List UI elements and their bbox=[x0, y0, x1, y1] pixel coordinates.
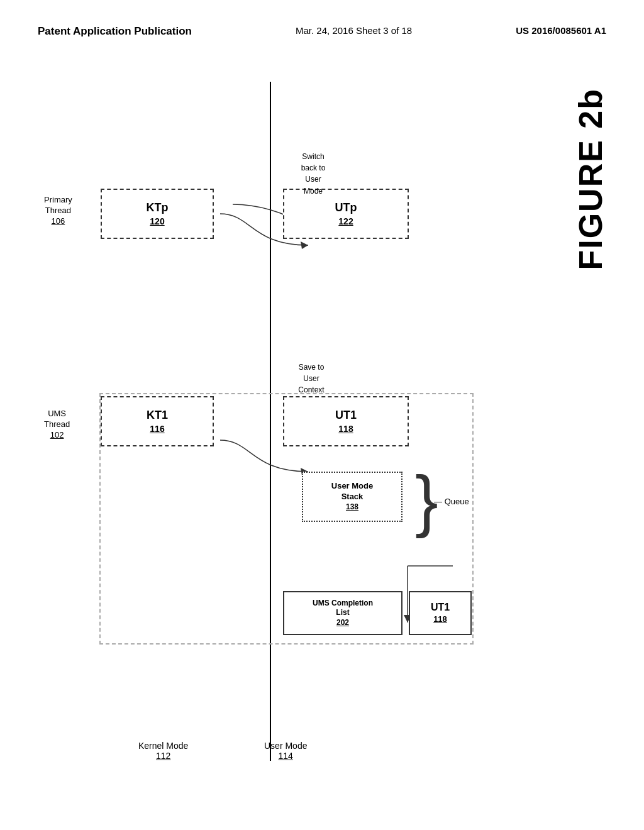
save-to-annotation: Save to User Context bbox=[274, 362, 349, 396]
header-right: US 2016/0085601 A1 bbox=[516, 25, 606, 36]
switch-back-annotation: Switch back to User Mode bbox=[275, 151, 351, 197]
user-mode-label: User Mode 114 bbox=[264, 741, 307, 761]
kt1-box: KT1 116 bbox=[101, 396, 214, 446]
kernel-mode-label: Kernel Mode 112 bbox=[138, 741, 188, 761]
figure-label: FIGURE 2b bbox=[572, 88, 609, 270]
header-left: Patent Application Publication bbox=[38, 25, 192, 38]
header-center: Mar. 24, 2016 Sheet 3 of 18 bbox=[296, 25, 412, 36]
ums-thread-label: UMS Thread 102 bbox=[44, 409, 70, 441]
queue-label: — Queue bbox=[434, 497, 469, 506]
diagram: Primary Thread 106 UMS Thread 102 KTp 12… bbox=[38, 82, 569, 792]
user-mode-stack-box: User Mode Stack 138 bbox=[302, 472, 402, 522]
svg-marker-2 bbox=[301, 241, 308, 249]
page: Patent Application Publication Mar. 24, … bbox=[0, 0, 644, 830]
ut1-top-box: UT1 118 bbox=[283, 396, 409, 446]
ums-completion-list-box: UMS Completion List 202 bbox=[283, 591, 402, 635]
ut1-bottom-box: UT1 118 bbox=[409, 591, 472, 635]
header: Patent Application Publication Mar. 24, … bbox=[0, 0, 644, 38]
primary-thread-label: Primary Thread 106 bbox=[44, 195, 72, 227]
ktp-box: KTp 120 bbox=[101, 189, 214, 239]
